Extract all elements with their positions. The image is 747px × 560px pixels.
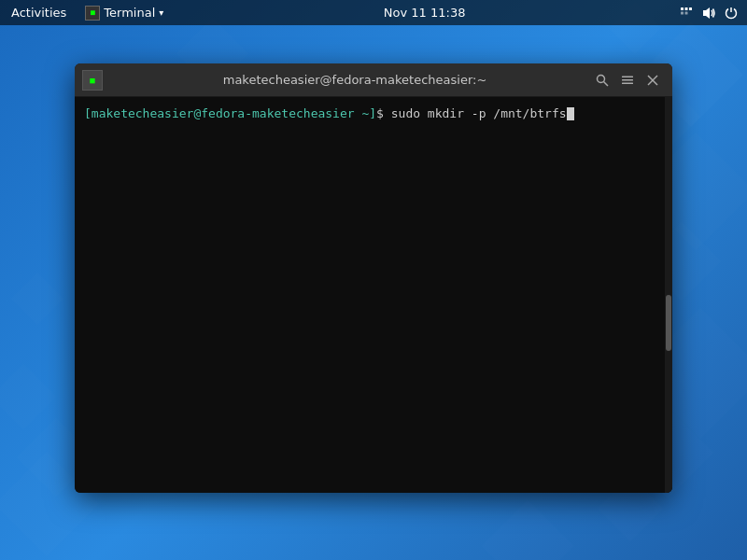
network-icon[interactable]	[678, 5, 695, 21]
svg-rect-0	[681, 7, 684, 10]
svg-point-6	[597, 75, 604, 82]
titlebar-left: ■	[82, 70, 120, 91]
activities-label: Activities	[11, 6, 66, 20]
titlebar-controls	[590, 70, 665, 91]
terminal-window-icon: ■	[82, 70, 103, 91]
terminal-close-button[interactable]	[641, 70, 665, 91]
command-text: sudo mkdir -p /mnt/btrfs	[391, 105, 567, 123]
terminal-command-line: [maketecheasier@fedora-maketecheasier ~]…	[84, 105, 663, 123]
topbar-right-icons	[678, 5, 747, 21]
activities-button[interactable]: Activities	[0, 0, 78, 25]
terminal-body[interactable]: [maketecheasier@fedora-maketecheasier ~]…	[75, 97, 672, 493]
svg-rect-9	[622, 79, 633, 81]
terminal-chevron-icon: ▾	[159, 7, 163, 18]
datetime-text: Nov 11 11:38	[384, 6, 466, 20]
svg-rect-1	[685, 7, 688, 10]
terminal-titlebar: ■ maketecheasier@fedora-maketecheasier:~	[75, 63, 672, 97]
terminal-taskbar-button[interactable]: ■ Terminal ▾	[78, 0, 171, 25]
power-icon[interactable]	[723, 5, 740, 21]
prompt-symbol: $	[376, 105, 391, 123]
terminal-window-title: maketecheasier@fedora-maketecheasier:~	[120, 73, 590, 87]
svg-rect-8	[622, 76, 633, 77]
prompt-user: [maketecheasier@fedora-maketecheasier ~]	[84, 105, 376, 123]
topbar-datetime: Nov 11 11:38	[171, 6, 678, 20]
terminal-menu-button[interactable]	[615, 70, 639, 91]
svg-line-7	[603, 81, 608, 86]
terminal-search-button[interactable]	[590, 70, 613, 91]
terminal-taskbar-label: Terminal	[104, 6, 155, 20]
terminal-scrollbar[interactable]	[665, 97, 672, 493]
svg-rect-3	[681, 11, 684, 14]
terminal-taskbar-icon: ■	[85, 6, 100, 21]
volume-icon[interactable]	[700, 5, 717, 21]
desktop: Activities ■ Terminal ▾ Nov 11 11:38	[0, 0, 747, 560]
scrollbar-thumb[interactable]	[666, 295, 671, 351]
svg-marker-5	[703, 7, 710, 19]
topbar: Activities ■ Terminal ▾ Nov 11 11:38	[0, 0, 747, 25]
terminal-window: ■ maketecheasier@fedora-maketecheasier:~	[75, 63, 672, 493]
svg-rect-2	[689, 7, 692, 10]
terminal-cursor	[567, 107, 574, 120]
svg-rect-10	[622, 82, 633, 84]
svg-rect-4	[685, 11, 688, 14]
